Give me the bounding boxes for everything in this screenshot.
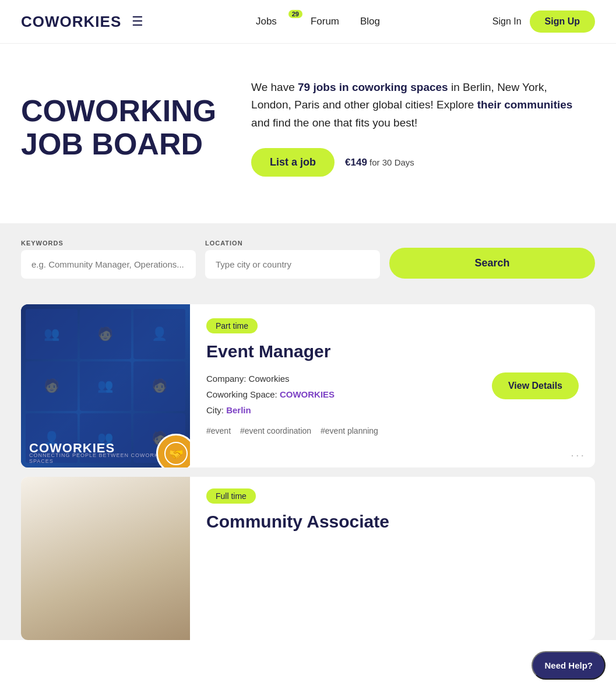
job-details: Full time Community Associate: [190, 477, 595, 640]
city-link[interactable]: Berlin: [226, 405, 251, 415]
list-job-button[interactable]: List a job: [251, 148, 335, 177]
office-image: [21, 477, 190, 640]
job-title: Community Associate: [206, 512, 579, 532]
job-title: Event Manager: [206, 342, 579, 361]
view-details-button[interactable]: View Details: [492, 372, 579, 399]
hero-title: COWORKING JOB BOARD: [21, 94, 216, 161]
location-input[interactable]: [205, 250, 380, 279]
people-cell: 👥: [26, 309, 78, 358]
navbar: COWORKIES ☰ Jobs 29 Forum Blog Sign In S…: [0, 0, 616, 44]
search-row: KEYWORDS LOCATION Search: [21, 240, 595, 279]
nav-forum[interactable]: Forum: [311, 16, 339, 27]
nav-jobs[interactable]: Jobs 29: [256, 16, 290, 27]
people-cell: 🧑: [133, 361, 185, 411]
location-field: LOCATION: [205, 240, 380, 279]
hamburger-icon[interactable]: ☰: [132, 14, 143, 29]
hero-right: We have 79 jobs in coworking spaces in B…: [251, 79, 589, 177]
job-image: 👥 🧑 👤 🧑 👥 🧑 👤 👥 🧑 COWORKIES CONNECTING P…: [21, 304, 190, 467]
hero-section: COWORKING JOB BOARD We have 79 jobs in c…: [0, 44, 616, 223]
keywords-input[interactable]: [21, 250, 196, 279]
job-tag-item: #event planning: [321, 426, 378, 435]
search-button[interactable]: Search: [389, 248, 595, 279]
sign-up-button[interactable]: Sign Up: [530, 10, 595, 33]
hero-cta: List a job €149 for 30 Days: [251, 148, 589, 177]
people-cell: 🧑: [26, 361, 78, 411]
search-section: KEYWORDS LOCATION Search: [0, 223, 616, 297]
jobs-section: 👥 🧑 👤 🧑 👥 🧑 👤 👥 🧑 COWORKIES CONNECTING P…: [0, 297, 616, 640]
card-options-dots[interactable]: ···: [571, 448, 586, 462]
job-image-inner: 👥 🧑 👤 🧑 👥 🧑 👤 👥 🧑 COWORKIES CONNECTING P…: [21, 304, 190, 467]
keywords-field: KEYWORDS: [21, 240, 196, 279]
job-details: Part time Event Manager Company: Coworki…: [190, 304, 595, 467]
job-tag-item: #event coordination: [240, 426, 311, 435]
job-tags: #event #event coordination #event planni…: [206, 426, 579, 435]
job-tag: Full time: [206, 488, 256, 504]
location-label: LOCATION: [205, 240, 380, 247]
job-tag: Part time: [206, 318, 258, 333]
price-info: €149 for 30 Days: [345, 157, 414, 168]
job-image: [21, 477, 190, 640]
sign-in-button[interactable]: Sign In: [492, 16, 522, 27]
hero-description: We have 79 jobs in coworking spaces in B…: [251, 79, 589, 132]
job-card: 👥 🧑 👤 🧑 👥 🧑 👤 👥 🧑 COWORKIES CONNECTING P…: [21, 304, 595, 467]
people-cell: 👥: [80, 361, 132, 411]
people-cell: 🧑: [80, 309, 132, 358]
nav-blog[interactable]: Blog: [360, 16, 380, 27]
jobs-badge: 29: [288, 10, 302, 18]
space-link[interactable]: COWORKIES: [280, 389, 335, 399]
logo: COWORKIES: [21, 13, 121, 31]
svg-text:🤝: 🤝: [169, 448, 184, 462]
job-tag-item: #event: [206, 426, 231, 435]
keywords-label: KEYWORDS: [21, 240, 196, 247]
people-cell: 👤: [133, 309, 185, 358]
job-card: Full time Community Associate: [21, 477, 595, 640]
